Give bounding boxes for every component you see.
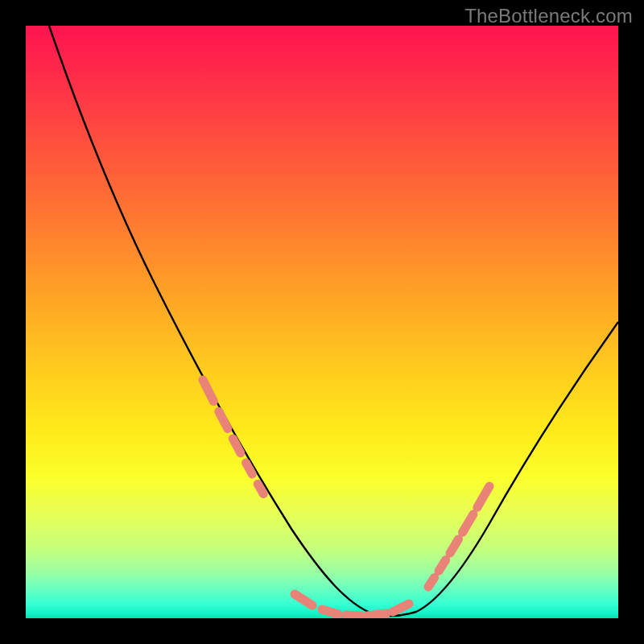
watermark-text: TheBottleneck.com — [464, 5, 633, 27]
curve-highlight-bottom-seg — [346, 615, 361, 616]
curve-highlight-bottom-group — [295, 594, 409, 616]
bottleneck-curve-svg — [26, 26, 618, 618]
curve-main-black — [49, 26, 618, 616]
curve-highlight-bottom-seg — [295, 594, 312, 605]
curve-highlight-bottom-seg — [367, 613, 386, 616]
curve-highlight-bottom-seg — [393, 604, 409, 612]
app-frame: TheBottleneck.com — [0, 0, 644, 644]
curve-highlight-bottom-seg — [322, 609, 338, 614]
chart-plot-area — [26, 26, 618, 618]
curve-highlight-left — [203, 380, 271, 507]
